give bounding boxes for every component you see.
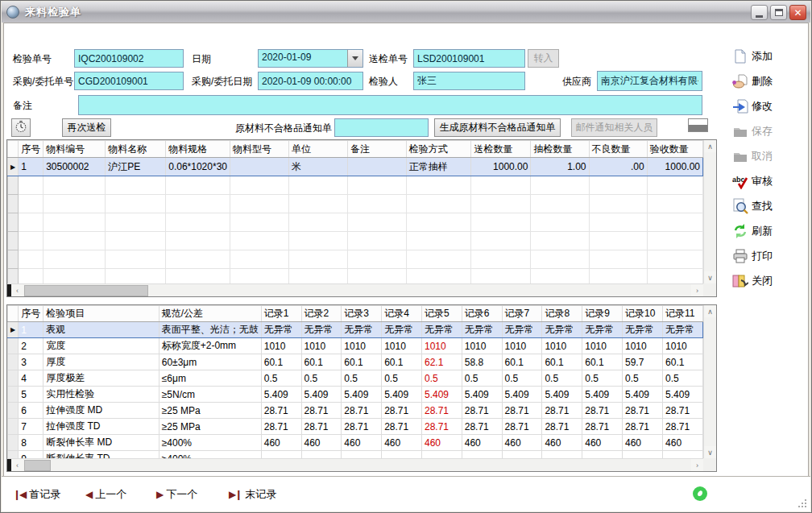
material-grid-cell[interactable]: 1000.00 bbox=[647, 158, 702, 176]
material-grid-cell[interactable] bbox=[471, 250, 531, 269]
inspection-grid-cell[interactable]: 表观 bbox=[44, 322, 160, 338]
inspection-grid-cell[interactable]: 0.5 bbox=[462, 370, 502, 387]
material-grid-cell[interactable] bbox=[44, 250, 106, 269]
inspection-grid-cell[interactable]: 1010 bbox=[261, 338, 301, 354]
inspection-grid-cell[interactable] bbox=[623, 451, 663, 459]
inspection-grid-column-header[interactable]: 记录6 bbox=[462, 306, 502, 322]
inspection-grid-cell[interactable]: 5.409 bbox=[261, 387, 301, 403]
inspection-grid-column-header[interactable]: 记录10 bbox=[623, 306, 663, 322]
inspection-grid-cell[interactable]: 无异常 bbox=[421, 322, 462, 338]
material-grid-cell[interactable] bbox=[531, 213, 589, 232]
inspection-grid-cell[interactable]: 59.7 bbox=[623, 354, 663, 370]
material-grid-column-header[interactable]: 备注 bbox=[347, 141, 406, 158]
first-record-button[interactable]: ❙◀ 首记录 bbox=[13, 487, 60, 502]
inspection-grid-cell[interactable]: 9 bbox=[19, 451, 44, 459]
material-grid-row-selector[interactable] bbox=[8, 195, 19, 213]
inspection-grid-cell[interactable]: 无异常 bbox=[623, 322, 663, 338]
material-grid-cell[interactable] bbox=[230, 250, 289, 269]
material-grid-column-header[interactable]: 抽检数量 bbox=[531, 141, 589, 158]
inspection-grid-row-selector[interactable] bbox=[8, 419, 19, 435]
inspection-grid-column-header[interactable]: 记录2 bbox=[301, 306, 342, 322]
inspection-grid-cell[interactable]: 断裂伸长率 TD bbox=[44, 451, 160, 459]
inspection-grid-cell[interactable]: 460 bbox=[462, 435, 502, 451]
material-grid-cell[interactable] bbox=[347, 176, 406, 195]
material-grid-cell[interactable] bbox=[230, 232, 289, 250]
inspection-grid-cell[interactable]: 28.71 bbox=[502, 403, 542, 419]
inspection-grid-cell[interactable]: 宽度 bbox=[44, 338, 160, 354]
inspection-grid-hscrollbar[interactable]: ‹ › bbox=[7, 458, 703, 471]
inspection-grid-cell[interactable]: ≥25 MPa bbox=[159, 403, 261, 419]
inspection-grid-row-selector[interactable] bbox=[8, 354, 19, 370]
inspection-grid-cell[interactable]: 1010 bbox=[623, 338, 663, 354]
sidebar-button-cancel[interactable]: 取消 bbox=[732, 147, 802, 165]
sidebar-button-find[interactable]: 查找 bbox=[732, 197, 802, 215]
material-grid-cell[interactable] bbox=[589, 195, 647, 213]
material-grid-cell[interactable] bbox=[289, 213, 348, 232]
inspection-grid-cell[interactable]: 60.1 bbox=[261, 354, 301, 370]
prev-record-button[interactable]: ◀ 上一个 bbox=[85, 487, 126, 502]
scroll-right-icon[interactable]: › bbox=[691, 284, 703, 296]
inspection-grid-cell[interactable]: 0.5 bbox=[421, 370, 462, 387]
material-grid-cell[interactable] bbox=[347, 250, 406, 269]
scroll-right-icon[interactable]: › bbox=[691, 459, 703, 471]
material-grid-cell[interactable] bbox=[19, 250, 44, 269]
inspection-grid-cell[interactable]: 60±3μm bbox=[159, 354, 261, 370]
material-grid-cell[interactable] bbox=[230, 158, 289, 176]
material-grid-column-header[interactable]: 物料型号 bbox=[230, 141, 289, 158]
inspection-grid-cell[interactable]: 5.409 bbox=[301, 387, 342, 403]
inspection-grid-cell[interactable]: 1010 bbox=[663, 338, 703, 354]
inspection-grid-cell[interactable]: 0.5 bbox=[301, 370, 342, 387]
inspection-grid-row-selector[interactable] bbox=[8, 403, 19, 419]
material-grid-cell[interactable] bbox=[406, 232, 471, 250]
inspection-grid-cell[interactable]: 58.8 bbox=[462, 354, 502, 370]
inspection-grid-cell[interactable] bbox=[582, 451, 623, 459]
inspection-grid-cell[interactable]: 2 bbox=[19, 338, 44, 354]
inspection-grid-cell[interactable]: 460 bbox=[502, 435, 542, 451]
inspection-grid-cell[interactable]: 1010 bbox=[421, 338, 462, 354]
inspection-grid-cell[interactable]: 标称宽度+2-0mm bbox=[159, 338, 261, 354]
material-grid-column-header[interactable]: 单位 bbox=[289, 141, 348, 158]
sidebar-button-close[interactable]: 关闭 bbox=[732, 272, 802, 290]
inspection-grid-cell[interactable]: 460 bbox=[542, 435, 582, 451]
inspection-grid-cell[interactable]: 无异常 bbox=[261, 322, 301, 338]
material-grid-cell[interactable] bbox=[531, 269, 589, 284]
inspection-grid-cell[interactable]: 62.1 bbox=[421, 354, 462, 370]
inspection-grid-cell[interactable]: 28.71 bbox=[261, 403, 301, 419]
material-grid-cell[interactable] bbox=[106, 269, 166, 284]
inspection-grid-cell[interactable]: 28.71 bbox=[663, 403, 703, 419]
inspection-grid-cell[interactable]: 60.1 bbox=[382, 354, 422, 370]
raw-material-notice-input[interactable] bbox=[334, 118, 429, 137]
scrollbar-thumb[interactable] bbox=[24, 460, 51, 471]
inspection-grid-cell[interactable]: 拉伸强度 TD bbox=[44, 419, 160, 435]
inspection-grid-cell[interactable]: 28.71 bbox=[542, 419, 582, 435]
inspection-grid-cell[interactable]: 460 bbox=[421, 435, 462, 451]
inspection-grid-cell[interactable]: 1010 bbox=[542, 338, 582, 354]
material-grid-cell[interactable] bbox=[289, 195, 348, 213]
inspection-grid-cell[interactable]: 5.409 bbox=[421, 387, 462, 403]
inspection-grid-cell[interactable] bbox=[663, 451, 703, 459]
inspection-grid-cell[interactable]: ≤6μm bbox=[159, 370, 261, 387]
inspection-grid-cell[interactable]: 断裂伸长率 MD bbox=[44, 435, 160, 451]
inspection-grid-cell[interactable]: ≥5N/cm bbox=[159, 387, 261, 403]
inspection-grid-cell[interactable]: 4 bbox=[19, 370, 44, 387]
material-grid-cell[interactable] bbox=[44, 232, 106, 250]
title-bar[interactable]: 来料检验单 ✕ bbox=[2, 2, 810, 23]
inspection-grid-cell[interactable]: 0.5 bbox=[623, 370, 663, 387]
inspection-grid-cell[interactable]: 1 bbox=[19, 322, 44, 338]
material-grid-cell[interactable] bbox=[647, 213, 702, 232]
inspection-grid-cell[interactable]: ≥25 MPa bbox=[159, 419, 261, 435]
material-grid-cell[interactable]: 1000.00 bbox=[471, 158, 531, 176]
inspection-grid-column-header[interactable]: 记录11 bbox=[663, 306, 703, 322]
inspection-grid-cell[interactable]: 无异常 bbox=[542, 322, 582, 338]
inspection-grid-cell[interactable]: 60.1 bbox=[502, 354, 542, 370]
inspection-grid-cell[interactable]: 60.1 bbox=[582, 354, 623, 370]
material-grid-cell[interactable] bbox=[166, 213, 230, 232]
inspection-grid-cell[interactable] bbox=[382, 451, 422, 459]
inspection-grid-cell[interactable]: 5.409 bbox=[542, 387, 582, 403]
inspection-grid-cell[interactable]: 28.71 bbox=[502, 419, 542, 435]
inspection-grid-cell[interactable]: 28.71 bbox=[342, 403, 382, 419]
inspection-grid-row-selector[interactable] bbox=[8, 435, 19, 451]
material-grid-cell[interactable] bbox=[347, 158, 406, 176]
transfer-button[interactable]: 转入 bbox=[528, 49, 559, 68]
material-grid-cell[interactable] bbox=[44, 213, 106, 232]
